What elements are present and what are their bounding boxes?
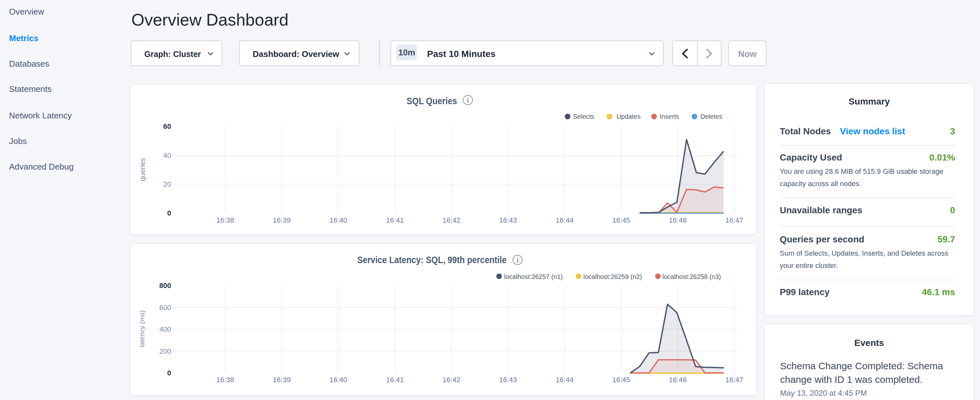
svg-text:200: 200 <box>159 347 171 355</box>
svg-text:16:40: 16:40 <box>329 216 347 224</box>
svg-text:latency (ms): latency (ms) <box>138 310 146 347</box>
svg-text:16:43: 16:43 <box>499 216 517 224</box>
svg-text:localhost:26258 (n3): localhost:26258 (n3) <box>662 273 721 280</box>
svg-text:20: 20 <box>163 180 171 188</box>
svg-text:40: 40 <box>163 151 171 159</box>
svg-text:16:41: 16:41 <box>386 216 404 224</box>
svg-text:16:38: 16:38 <box>216 376 234 384</box>
svg-text:16:40: 16:40 <box>329 376 347 384</box>
svg-text:localhost:26259 (n2): localhost:26259 (n2) <box>583 273 642 280</box>
svg-text:16:42: 16:42 <box>442 216 460 224</box>
svg-text:0: 0 <box>167 209 171 217</box>
svg-text:16:41: 16:41 <box>386 376 404 384</box>
svg-text:Selects: Selects <box>573 113 594 120</box>
svg-text:16:43: 16:43 <box>499 376 517 384</box>
svg-text:16:45: 16:45 <box>612 216 630 224</box>
svg-text:16:44: 16:44 <box>556 376 574 384</box>
svg-text:i: i <box>467 96 469 105</box>
svg-text:800: 800 <box>159 282 171 290</box>
svg-text:Updates: Updates <box>616 113 641 120</box>
svg-text:16:39: 16:39 <box>273 376 291 384</box>
svg-text:16:39: 16:39 <box>273 216 291 224</box>
svg-text:16:45: 16:45 <box>612 376 630 384</box>
svg-text:queries: queries <box>138 158 146 181</box>
svg-text:localhost:26257 (n1): localhost:26257 (n1) <box>504 273 563 280</box>
svg-text:16:47: 16:47 <box>725 376 743 384</box>
svg-text:16:46: 16:46 <box>669 376 687 384</box>
svg-text:400: 400 <box>159 325 171 333</box>
svg-text:Inserts: Inserts <box>660 113 679 120</box>
svg-text:16:38: 16:38 <box>216 216 234 224</box>
svg-text:16:42: 16:42 <box>442 376 460 384</box>
svg-text:16:44: 16:44 <box>556 216 574 224</box>
svg-text:i: i <box>517 256 519 265</box>
svg-text:600: 600 <box>159 304 171 312</box>
svg-text:16:46: 16:46 <box>669 216 687 224</box>
svg-text:Deletes: Deletes <box>700 113 722 120</box>
svg-text:Service Latency: SQL, 99th per: Service Latency: SQL, 99th percentile <box>357 254 507 265</box>
svg-text:60: 60 <box>163 122 171 131</box>
svg-text:0: 0 <box>167 369 171 377</box>
svg-text:SQL Queries: SQL Queries <box>407 96 457 106</box>
svg-text:16:47: 16:47 <box>725 216 743 224</box>
